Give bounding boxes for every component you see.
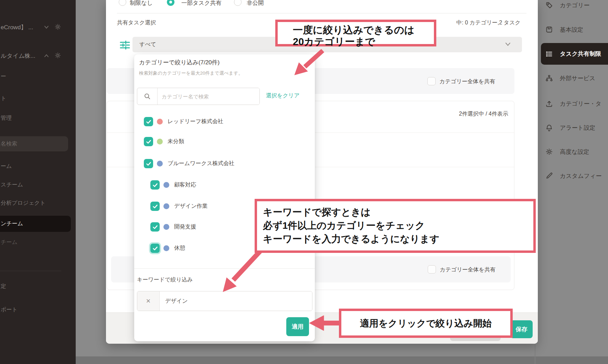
popup-divider	[134, 268, 315, 269]
sidebar-item-team-active[interactable]: ンチーム	[0, 216, 71, 232]
gear-icon[interactable]	[54, 23, 61, 30]
share-all-label: カテゴリー全体を共有	[439, 78, 495, 85]
popup-subtitle: 検索対象のカテゴリーを最大20件まで選べます。	[139, 70, 243, 76]
category-color-dot	[163, 203, 169, 209]
nav-item-category-import[interactable]: カテゴリー・タ	[545, 99, 601, 108]
category-label: 未分類	[168, 138, 184, 145]
nav-label: カスタムフィー	[560, 172, 601, 180]
sidebar-item[interactable]: ト	[0, 94, 76, 103]
radio-label: 一部タスク共有	[181, 0, 222, 7]
clear-selection-link[interactable]: 選択をクリア	[266, 92, 300, 99]
upload-icon	[545, 100, 553, 107]
category-row-child[interactable]: 休憩	[150, 244, 185, 253]
sidebar-item[interactable]: 管理	[0, 114, 76, 122]
nav-label: 外部サービス	[560, 74, 595, 82]
category-row[interactable]: ブルームワークス株式会社	[144, 159, 234, 168]
nav-item-alert-settings[interactable]: アラート設定	[545, 123, 595, 132]
nav-item-custom-fields[interactable]: カスタムフィー	[545, 171, 601, 180]
checkbox-checked[interactable]	[150, 202, 160, 211]
filter-sliders-icon[interactable]	[120, 40, 130, 51]
chevron-down-icon[interactable]	[43, 24, 50, 30]
radio-label: 非公開	[247, 0, 264, 7]
divider	[117, 13, 526, 13]
nav-item-categories[interactable]: カテゴリー	[545, 1, 590, 10]
sidebar-team-switcher-1[interactable]: eCrowd】 ...	[0, 21, 76, 33]
category-row[interactable]: 未分類	[144, 137, 184, 146]
category-label: 開発支援	[174, 223, 196, 231]
nav-label: アラート設定	[560, 124, 595, 132]
category-color-dot	[157, 119, 163, 125]
sitemap-icon	[545, 74, 553, 82]
category-label: ブルームワークス株式会社	[168, 160, 234, 167]
category-row-child[interactable]: デザイン作業	[150, 202, 208, 211]
save-button[interactable]: 保存	[510, 320, 533, 338]
category-label: デザイン作業	[174, 203, 208, 210]
nav-item-advanced-settings[interactable]: 高度な設定	[545, 147, 589, 156]
popup-title: カテゴリーで絞り込み(7/20件)	[139, 58, 220, 66]
category-label: 顧客対応	[174, 181, 196, 189]
callout-filter-limit: 一度に絞り込みできるのは 20カテゴリーまで	[275, 20, 436, 46]
keyword-filter-label: キーワードで絞り込み	[137, 276, 193, 283]
nav-label: 高度な設定	[560, 148, 589, 156]
callout-line: 適用をクリックで絞り込み開始	[360, 317, 492, 330]
left-sidebar: eCrowd】 ... ルタイム株... ー ト 管理 名検索 ーム スチーム …	[0, 0, 76, 364]
chevron-up-icon[interactable]	[43, 53, 50, 59]
keyword-input-group: ×	[137, 291, 312, 311]
category-row[interactable]: レッドリーフ株式会社	[144, 117, 223, 126]
category-color-dot	[163, 224, 169, 230]
checkbox-checked[interactable]	[144, 137, 153, 146]
radio-label: 制限なし	[130, 0, 153, 7]
apply-button[interactable]: 適用	[286, 317, 309, 336]
team-search-input[interactable]: 名検索	[0, 136, 68, 151]
category-row-child[interactable]: 開発支援	[150, 222, 196, 232]
bell-icon	[545, 124, 553, 131]
nav-label: 基本設定	[560, 26, 583, 34]
category-label: レッドリーフ株式会社	[168, 118, 223, 125]
checkbox-checked-focused[interactable]	[150, 244, 160, 253]
checkbox-checked[interactable]	[144, 159, 153, 168]
tag-icon	[545, 1, 553, 9]
checkbox-checked[interactable]	[150, 222, 160, 232]
nav-item-external-services[interactable]: 外部サービス	[545, 74, 595, 83]
radio-no-limit[interactable]	[119, 0, 126, 6]
share-all-checkbox[interactable]	[427, 77, 436, 85]
category-search-input[interactable]	[158, 88, 259, 105]
callout-line: 必ず1件以上のカテゴリーをチェック	[263, 219, 533, 232]
category-filter-popup: カテゴリーで絞り込み(7/20件) 検索対象のカテゴリーを最大20件まで選べます…	[134, 54, 315, 341]
sidebar-item-team[interactable]: スチーム	[0, 181, 76, 189]
sidebar-item-team[interactable]: ーム	[0, 162, 76, 170]
gear-icon[interactable]	[54, 52, 61, 59]
callout-keyword-hint: キーワードで探すときは 必ず1件以上のカテゴリーをチェック キーワードを入力でき…	[255, 199, 536, 253]
sidebar-item-team[interactable]: チーム	[0, 238, 76, 246]
keyword-input[interactable]	[160, 291, 312, 311]
radio-partial-share[interactable]	[167, 0, 174, 6]
checkbox-checked[interactable]	[150, 180, 160, 190]
clear-keyword-icon[interactable]: ×	[137, 291, 160, 311]
chevron-down-icon	[504, 41, 512, 49]
category-color-dot	[157, 161, 163, 167]
callout-line: キーワードで探すときは	[263, 205, 533, 219]
radio-private[interactable]	[234, 0, 242, 6]
checkbox-checked[interactable]	[144, 117, 153, 126]
selection-status: 中: 0 カテゴリー,2 タスク	[456, 19, 521, 26]
panel-divider	[535, 344, 535, 364]
nav-item-basic-settings[interactable]: 基本設定	[545, 25, 583, 34]
bottom-bar	[0, 356, 608, 364]
category-row-child[interactable]: 顧客対応	[150, 180, 196, 190]
pencil-icon	[545, 172, 553, 180]
sidebar-item-team[interactable]: 分析プロジェクト	[0, 199, 76, 207]
sidebar-item-settings[interactable]: 定	[0, 282, 76, 290]
team-name: eCrowd】 ...	[1, 23, 33, 31]
list-icon	[545, 50, 553, 58]
sidebar-item[interactable]: ー	[0, 72, 76, 81]
sidebar-divider	[0, 271, 61, 271]
sidebar-team-switcher-2[interactable]: ルタイム株...	[0, 50, 76, 62]
nav-label: タスク共有制限	[560, 50, 601, 58]
nav-label: カテゴリー	[560, 1, 590, 9]
sidebar-item-report[interactable]: ポート	[0, 306, 76, 314]
share-all-checkbox[interactable]	[428, 265, 436, 274]
section-label: 共有タスク選択	[117, 19, 156, 26]
category-search-box	[137, 88, 260, 105]
nav-item-task-share-limit-active[interactable]: タスク共有制限	[541, 43, 608, 65]
search-icon	[137, 88, 158, 105]
